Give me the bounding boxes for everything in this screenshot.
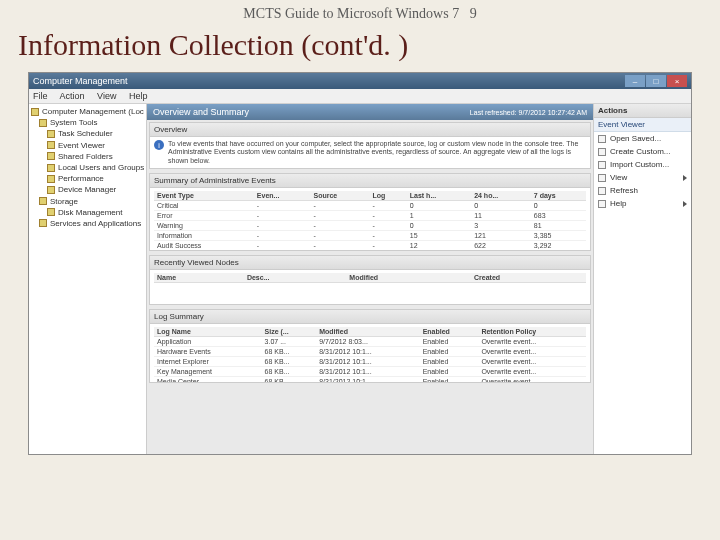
tree-shared-folders[interactable]: Shared Folders [31, 151, 144, 162]
slide-header: MCTS Guide to Microsoft Windows 7 9 [0, 0, 720, 24]
tree-event-viewer[interactable]: Event Viewer [31, 140, 144, 151]
action-item[interactable]: Help [594, 197, 691, 210]
menubar: File Action View Help [29, 89, 691, 104]
maximize-button[interactable]: □ [646, 75, 666, 87]
log-summary-section: Log Summary Log NameSize (...ModifiedEna… [149, 309, 591, 383]
action-icon [598, 135, 606, 143]
table-row[interactable]: Application3.07 ...9/7/2012 8:03...Enabl… [154, 337, 586, 347]
table-row[interactable]: Key Management68 KB...8/31/2012 10:1...E… [154, 367, 586, 377]
action-icon [598, 161, 606, 169]
window-title: Computer Management [33, 76, 128, 86]
tree-disk-mgmt[interactable]: Disk Management [31, 207, 144, 218]
actions-title: Actions [594, 104, 691, 118]
actions-section: Event Viewer [594, 118, 691, 132]
menu-view[interactable]: View [97, 91, 116, 101]
action-item[interactable]: Create Custom... [594, 145, 691, 158]
tree-services-apps[interactable]: Services and Applications [31, 218, 144, 229]
info-icon: i [154, 140, 164, 150]
chevron-right-icon [683, 175, 687, 181]
tree-storage[interactable]: Storage [31, 196, 144, 207]
titlebar: Computer Management – □ × [29, 73, 691, 89]
menu-action[interactable]: Action [60, 91, 85, 101]
action-item[interactable]: Open Saved... [594, 132, 691, 145]
summary-admin-header[interactable]: Summary of Administrative Events [150, 174, 590, 188]
page-title: Information Collection (cont'd. ) [0, 24, 720, 72]
center-pane: Overview and Summary Last refreshed: 9/7… [147, 104, 593, 454]
table-row[interactable]: Audit Success---126223,292 [154, 241, 586, 251]
menu-help[interactable]: Help [129, 91, 148, 101]
recent-section: Recently Viewed Nodes NameDesc...Modifie… [149, 255, 591, 305]
chevron-right-icon [683, 201, 687, 207]
action-item[interactable]: View [594, 171, 691, 184]
screenshot-window: Computer Management – □ × File Action Vi… [28, 72, 692, 455]
log-summary-header[interactable]: Log Summary [150, 310, 590, 324]
tree-pane: Computer Management (Local) System Tools… [29, 104, 147, 454]
log-summary-table: Log NameSize (...ModifiedEnabledRetentio… [154, 327, 586, 382]
summary-admin-section: Summary of Administrative Events Event T… [149, 173, 591, 251]
table-row[interactable]: Internet Explorer68 KB...8/31/2012 10:1.… [154, 357, 586, 367]
tree-task-scheduler[interactable]: Task Scheduler [31, 128, 144, 139]
recent-header[interactable]: Recently Viewed Nodes [150, 256, 590, 270]
tree-local-users[interactable]: Local Users and Groups [31, 162, 144, 173]
overview-body: i To view events that have occurred on y… [150, 137, 590, 168]
table-row[interactable]: Critical---000 [154, 201, 586, 211]
action-icon [598, 200, 606, 208]
tree-device-manager[interactable]: Device Manager [31, 184, 144, 195]
action-icon [598, 187, 606, 195]
action-icon [598, 148, 606, 156]
close-button[interactable]: × [667, 75, 687, 87]
tree-root[interactable]: Computer Management (Local) [31, 106, 144, 117]
action-item[interactable]: Refresh [594, 184, 691, 197]
action-item[interactable]: Import Custom... [594, 158, 691, 171]
actions-pane: Actions Event Viewer Open Saved...Create… [593, 104, 691, 454]
tree-performance[interactable]: Performance [31, 173, 144, 184]
center-header: Overview and Summary Last refreshed: 9/7… [147, 104, 593, 120]
tree-system-tools[interactable]: System Tools [31, 117, 144, 128]
table-row[interactable]: Warning---0381 [154, 221, 586, 231]
summary-admin-table: Event TypeEven...SourceLogLast h...24 ho… [154, 191, 586, 250]
refresh-time: Last refreshed: 9/7/2012 10:27:42 AM [470, 109, 587, 116]
table-row[interactable]: Hardware Events68 KB...8/31/2012 10:1...… [154, 347, 586, 357]
overview-section: Overview i To view events that have occu… [149, 122, 591, 169]
minimize-button[interactable]: – [625, 75, 645, 87]
table-row[interactable]: Error---111683 [154, 211, 586, 221]
overview-header[interactable]: Overview [150, 123, 590, 137]
recent-table: NameDesc...ModifiedCreated [154, 273, 586, 283]
table-row[interactable]: Information---151213,385 [154, 231, 586, 241]
table-row[interactable]: Media Center68 KB...8/31/2012 10:1...Ena… [154, 377, 586, 383]
menu-file[interactable]: File [33, 91, 48, 101]
action-icon [598, 174, 606, 182]
